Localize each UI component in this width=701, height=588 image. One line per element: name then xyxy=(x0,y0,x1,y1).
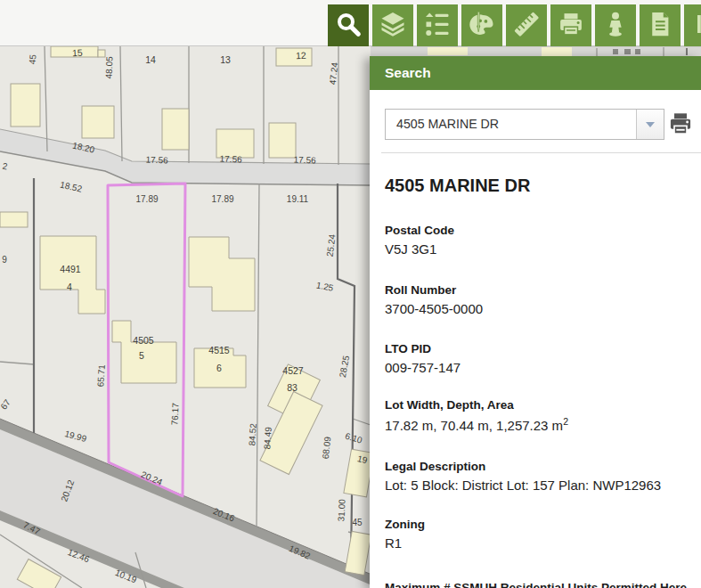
building xyxy=(428,47,468,55)
parcel-label: 4515 xyxy=(208,345,230,355)
field-postal-code: Postal Code V5J 3G1 xyxy=(385,224,701,257)
building xyxy=(82,106,114,138)
panel-divider xyxy=(381,152,701,153)
field-value: V5J 3G1 xyxy=(385,241,701,257)
map-sliver-mark xyxy=(624,49,631,54)
print-tool-button[interactable] xyxy=(550,4,591,46)
map-dimension-label: 45 xyxy=(28,53,38,64)
map-sliver-mark xyxy=(613,49,618,54)
field-legal-description: Legal Description Lot: 5 Block: District… xyxy=(385,460,701,493)
search-panel: Search 4505 MARINE DR 4505 MARINE DR Pos… xyxy=(370,56,701,588)
measure-button[interactable] xyxy=(506,4,547,46)
panel-print-button[interactable] xyxy=(667,111,696,138)
search-icon xyxy=(335,11,362,41)
building xyxy=(276,48,312,66)
field-label: LTO PID xyxy=(385,342,701,355)
report-document-icon xyxy=(647,11,673,41)
map-dimension-label: 17.56 xyxy=(145,155,168,166)
legend-list-icon xyxy=(424,11,451,41)
map-edge-line xyxy=(371,46,701,47)
building xyxy=(542,47,572,56)
map-sliver-mark xyxy=(635,49,640,54)
combobox-dropdown-button[interactable] xyxy=(636,110,664,139)
building xyxy=(0,212,28,227)
search-panel-title: Search xyxy=(385,65,431,80)
parcel-label: 4491 xyxy=(60,264,81,274)
chevron-down-icon xyxy=(646,122,655,127)
field-label: Postal Code xyxy=(385,224,701,237)
field-value: 17.82 m, 70.44 m, 1,257.23 m2 xyxy=(385,416,701,433)
map-dimension-label: 17.56 xyxy=(219,154,242,165)
parcel-label: 4505 xyxy=(133,335,154,346)
address-combobox[interactable]: 4505 MARINE DR xyxy=(385,109,664,140)
layers-icon xyxy=(379,11,406,41)
building xyxy=(11,84,40,127)
field-label: Zoning xyxy=(385,518,701,531)
field-value: 009-757-147 xyxy=(385,360,701,375)
parcel-label: 13 xyxy=(220,54,231,65)
draw-button[interactable] xyxy=(461,4,502,46)
map-dimension-label: 84.52 xyxy=(247,422,258,445)
identify-button[interactable] xyxy=(595,4,636,46)
layers-button[interactable] xyxy=(372,4,413,46)
map-dimension-label: 76.17 xyxy=(169,403,180,426)
map-dimension-label: 31.00 xyxy=(336,499,346,522)
address-combobox-value[interactable]: 4505 MARINE DR xyxy=(386,110,636,139)
report-button[interactable] xyxy=(640,4,681,46)
map-dimension-label: 17.89 xyxy=(211,194,233,204)
zoning-link[interactable]: R1 xyxy=(385,535,701,551)
parcel-label: 12 xyxy=(296,50,306,61)
map-dimension-label: 48.05 xyxy=(104,56,115,79)
field-roll-number: Roll Number 3700-4505-0000 xyxy=(385,283,701,316)
map-dimension-label: 19.11 xyxy=(287,194,309,204)
parcel-label: 4 xyxy=(67,282,72,292)
map-dimension-label: 17.89 xyxy=(135,194,158,204)
parcel-label: 15 xyxy=(72,47,83,59)
field-label: Legal Description xyxy=(385,460,701,473)
field-lto-pid: LTO PID 009-757-147 xyxy=(385,342,701,375)
parcel-label: 5 xyxy=(139,350,144,361)
parcel-label: 83 xyxy=(287,382,298,393)
map-sliver-mark xyxy=(686,48,688,55)
squared-superscript: 2 xyxy=(563,416,568,427)
parcel-label: 4527 xyxy=(282,365,304,376)
parcel-label: 6 xyxy=(216,363,222,373)
field-value: Lot: 5 Block: District Lot: 157 Plan: NW… xyxy=(385,478,701,493)
clipped-toolbar-button[interactable] xyxy=(684,4,701,46)
map-road-sliver xyxy=(371,47,701,56)
result-address-title: 4505 MARINE DR xyxy=(385,176,530,196)
building xyxy=(162,109,189,150)
map-dimension-label: 9 xyxy=(2,255,7,265)
print-icon xyxy=(558,11,584,41)
field-zoning: Zoning R1 xyxy=(385,518,701,551)
toolbar xyxy=(328,4,701,46)
map-dimension-label: 17.56 xyxy=(293,155,316,166)
lot-dimensions-value: 17.82 m, 70.44 m, 1,257.23 m xyxy=(385,418,563,433)
map-dimension-label: 84.49 xyxy=(262,426,273,449)
field-label: Lot Width, Depth, Area xyxy=(385,398,701,412)
partial-clipped-icon xyxy=(684,11,701,41)
field-label: Roll Number xyxy=(385,283,701,297)
parcel-label: 14 xyxy=(145,54,156,65)
measure-ruler-icon xyxy=(513,11,540,41)
draw-palette-icon xyxy=(469,11,495,41)
map-dimension-label: 45 xyxy=(352,518,363,527)
legend-button[interactable] xyxy=(417,4,458,46)
search-button[interactable] xyxy=(328,4,369,46)
building xyxy=(269,123,296,158)
building xyxy=(98,50,105,57)
map-dimension-label: 65.71 xyxy=(95,363,107,387)
search-panel-header: Search xyxy=(370,56,701,90)
field-value: 3700-4505-0000 xyxy=(385,301,701,316)
print-icon xyxy=(667,111,694,136)
cutoff-next-field-label: Maximum # SSMUH Residential Units Permit… xyxy=(385,581,687,588)
identify-person-icon xyxy=(602,11,629,41)
field-lot-dimensions: Lot Width, Depth, Area 17.82 m, 70.44 m,… xyxy=(385,398,701,433)
